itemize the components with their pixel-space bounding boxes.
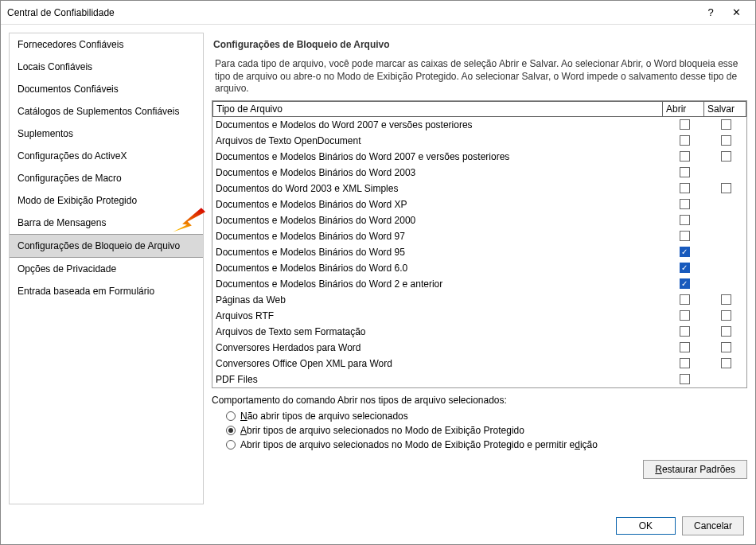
open-checkbox[interactable]: [680, 199, 690, 209]
table-row: Documentos e Modelos Binários do Word 2 …: [212, 276, 746, 292]
open-checkbox[interactable]: [680, 294, 690, 305]
file-type-label: Documentos e Modelos Binários do Word 20…: [212, 165, 664, 180]
file-type-label: Documentos e Modelos Binários do Word 95: [212, 245, 664, 259]
file-type-label: Documentos e Modelos Binários do Word 6.…: [212, 261, 664, 275]
open-checkbox[interactable]: [680, 247, 690, 257]
table-row: Documentos e Modelos do Word 2007 e vers…: [212, 117, 746, 133]
file-type-label: Documentos do Word 2003 e XML Simples: [212, 181, 664, 196]
open-checkbox[interactable]: [680, 342, 690, 352]
help-button[interactable]: ?: [698, 1, 723, 24]
window-title: Central de Confiabilidade: [7, 7, 698, 18]
file-type-label: Arquivos de Texto sem Formatação: [212, 325, 664, 339]
open-behavior-label: Comportamento do comando Abrir nos tipos…: [212, 395, 747, 406]
file-type-label: Conversores Herdados para Word: [212, 341, 664, 355]
table-row: Conversores Herdados para Word: [212, 340, 746, 356]
main-panel: Configurações de Bloqueio de Arquivo Par…: [212, 33, 747, 504]
save-checkbox[interactable]: [721, 135, 731, 146]
table-row: PDF Files: [212, 372, 746, 387]
section-title: Configurações de Bloqueio de Arquivo: [213, 39, 747, 50]
restore-row: Restaurar Padrões: [212, 460, 747, 479]
table-row: Arquivos RTF: [212, 308, 746, 324]
radio-label: Abrir tipos de arquivo selecionados no M…: [240, 439, 598, 450]
ok-button[interactable]: OK: [616, 517, 676, 535]
save-checkbox[interactable]: [721, 151, 731, 162]
radio-icon[interactable]: [226, 440, 236, 450]
sidebar-item-9[interactable]: Configurações de Bloqueio de Arquivo: [10, 234, 203, 258]
file-type-label: Documentos e Modelos Binários do Word 97: [212, 229, 664, 243]
header-open: Abrir: [663, 102, 704, 116]
titlebar: Central de Confiabilidade ? ✕: [1, 1, 755, 25]
table-row: Conversores Office Open XML para Word: [212, 356, 746, 372]
table-row: Documentos e Modelos Binários do Word XP: [212, 197, 746, 212]
open-checkbox[interactable]: [680, 119, 690, 130]
open-checkbox[interactable]: [680, 167, 690, 177]
table-row: Documentos do Word 2003 e XML Simples: [212, 181, 746, 197]
open-checkbox[interactable]: [680, 183, 690, 193]
restore-defaults-button[interactable]: Restaurar Padrões: [643, 460, 747, 479]
table-row: Documentos e Modelos Binários do Word 20…: [212, 149, 746, 165]
save-checkbox[interactable]: [721, 358, 731, 368]
file-type-label: Documentos e Modelos do Word 2007 e vers…: [212, 118, 664, 132]
save-checkbox[interactable]: [721, 310, 731, 321]
open-checkbox[interactable]: [680, 215, 690, 225]
open-checkbox[interactable]: [680, 231, 690, 241]
file-type-label: Arquivos RTF: [212, 309, 664, 323]
sidebar-nav: Fornecedores ConfiáveisLocais Confiáveis…: [9, 33, 204, 504]
open-checkbox[interactable]: [680, 135, 690, 146]
close-button[interactable]: ✕: [723, 1, 749, 24]
table-row: Arquivos de Texto OpenDocument: [212, 133, 746, 149]
table-body: Documentos e Modelos do Word 2007 e vers…: [212, 117, 746, 387]
save-checkbox[interactable]: [721, 294, 731, 305]
open-checkbox[interactable]: [680, 263, 690, 273]
file-block-table: Tipo de Arquivo Abrir Salvar Documentos …: [212, 100, 747, 388]
dialog-footer: OK Cancelar: [1, 512, 755, 544]
open-checkbox[interactable]: [680, 151, 690, 162]
file-type-label: Documentos e Modelos Binários do Word XP: [212, 197, 664, 212]
file-type-label: Arquivos de Texto OpenDocument: [212, 134, 664, 148]
file-type-label: Páginas da Web: [212, 293, 664, 307]
sidebar-item-0[interactable]: Fornecedores Confiáveis: [10, 33, 203, 56]
table-row: Páginas da Web: [212, 292, 746, 308]
radio-icon[interactable]: [226, 426, 236, 435]
table-row: Documentos e Modelos Binários do Word 20…: [212, 212, 746, 228]
open-behavior-option[interactable]: Abrir tipos de arquivo selecionados no M…: [212, 438, 747, 452]
sidebar-item-7[interactable]: Modo de Exibição Protegido: [10, 189, 203, 212]
open-behavior-option[interactable]: Abrir tipos de arquivo selecionados no M…: [212, 423, 747, 438]
sidebar-item-11[interactable]: Entrada baseada em Formulário: [10, 280, 203, 302]
save-checkbox[interactable]: [721, 342, 731, 352]
open-checkbox[interactable]: [680, 358, 690, 368]
cancel-button[interactable]: Cancelar: [682, 516, 744, 535]
save-checkbox[interactable]: [721, 119, 731, 130]
sidebar-item-2[interactable]: Documentos Confiáveis: [10, 78, 203, 100]
file-type-label: Documentos e Modelos Binários do Word 2 …: [212, 277, 664, 291]
sidebar-item-3[interactable]: Catálogos de Suplementos Confiáveis: [10, 100, 203, 123]
sidebar-item-4[interactable]: Suplementos: [10, 123, 203, 145]
header-type: Tipo de Arquivo: [213, 102, 663, 116]
open-checkbox[interactable]: [680, 278, 690, 289]
open-checkbox[interactable]: [680, 374, 690, 384]
save-checkbox[interactable]: [721, 326, 731, 337]
sidebar-item-1[interactable]: Locais Confiáveis: [10, 56, 203, 78]
intro-text: Para cada tipo de arquivo, você pode mar…: [215, 58, 744, 95]
sidebar-item-5[interactable]: Configurações do ActiveX: [10, 145, 203, 167]
table-row: Documentos e Modelos Binários do Word 6.…: [212, 260, 746, 276]
file-type-label: Documentos e Modelos Binários do Word 20…: [212, 213, 664, 228]
table-row: Documentos e Modelos Binários do Word 20…: [212, 165, 746, 181]
sidebar-item-10[interactable]: Opções de Privacidade: [10, 258, 203, 280]
open-checkbox[interactable]: [680, 310, 690, 321]
sidebar-item-8[interactable]: Barra de Mensagens: [10, 212, 203, 234]
file-type-label: Documentos e Modelos Binários do Word 20…: [212, 150, 664, 164]
header-save: Salvar: [704, 102, 746, 116]
open-behavior-option[interactable]: Não abrir tipos de arquivo selecionados: [212, 409, 747, 423]
radio-icon[interactable]: [226, 411, 236, 421]
save-checkbox[interactable]: [721, 183, 731, 193]
open-checkbox[interactable]: [680, 326, 690, 337]
radio-label: Não abrir tipos de arquivo selecionados: [240, 411, 408, 422]
table-row: Arquivos de Texto sem Formatação: [212, 324, 746, 340]
table-header: Tipo de Arquivo Abrir Salvar: [212, 101, 746, 117]
table-row: Documentos e Modelos Binários do Word 95: [212, 244, 746, 260]
file-type-label: PDF Files: [212, 372, 664, 387]
dialog-body: Fornecedores ConfiáveisLocais Confiáveis…: [1, 25, 755, 512]
file-type-label: Conversores Office Open XML para Word: [212, 356, 664, 371]
sidebar-item-6[interactable]: Configurações de Macro: [10, 167, 203, 189]
